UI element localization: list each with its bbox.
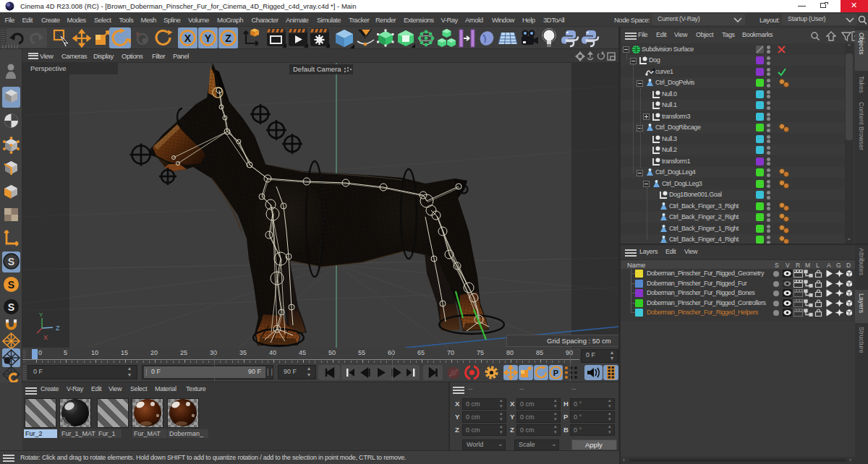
svg-text:X: X: [184, 33, 192, 44]
svg-text:P: P: [553, 369, 558, 377]
svg-text:S: S: [8, 301, 14, 313]
svg-text:Y: Y: [205, 33, 212, 44]
svg-text:X: X: [43, 334, 48, 341]
svg-text:Z: Z: [56, 325, 60, 332]
svg-text:S: S: [8, 256, 14, 267]
svg-text:S: S: [8, 279, 14, 291]
svg-text:Z: Z: [225, 33, 231, 44]
svg-text:Y: Y: [39, 312, 43, 318]
